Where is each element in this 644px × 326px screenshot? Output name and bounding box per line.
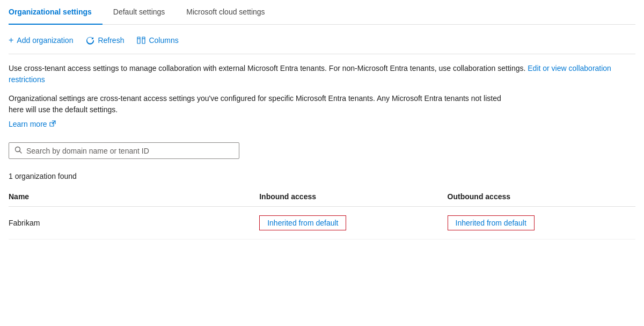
outbound-inherited-badge[interactable]: Inherited from default	[448, 215, 535, 230]
svg-line-7	[20, 151, 22, 154]
refresh-icon	[86, 36, 94, 45]
columns-icon	[137, 36, 145, 45]
tab-default[interactable]: Default settings	[103, 0, 176, 25]
learn-more-text: Learn more	[9, 120, 47, 128]
toolbar: + Add organization Refresh Columns	[9, 25, 635, 54]
inbound-access-cell: Inherited from default	[259, 207, 447, 240]
organizations-table: Name Inbound access Outbound access Fabr…	[9, 187, 635, 240]
refresh-label: Refresh	[98, 36, 124, 45]
tab-microsoft-cloud[interactable]: Microsoft cloud settings	[175, 0, 275, 25]
table-header-row: Name Inbound access Outbound access	[9, 187, 635, 207]
description-line2: Organizational settings are cross-tenant…	[9, 94, 501, 103]
search-container	[9, 142, 635, 159]
tabs-container: Organizational settings Default settings…	[9, 0, 635, 25]
description-section: Use cross-tenant access settings to mana…	[9, 54, 635, 133]
add-icon: +	[9, 35, 13, 45]
columns-button[interactable]: Columns	[137, 34, 178, 47]
organization-name: Fabrikam	[9, 207, 259, 240]
refresh-button[interactable]: Refresh	[86, 34, 124, 47]
svg-rect-0	[137, 37, 140, 44]
columns-label: Columns	[149, 36, 178, 45]
tab-organizational[interactable]: Organizational settings	[9, 0, 103, 25]
column-header-name: Name	[9, 187, 259, 207]
search-input[interactable]	[26, 147, 233, 155]
learn-more-link[interactable]: Learn more	[9, 120, 56, 128]
inbound-inherited-badge[interactable]: Inherited from default	[259, 215, 346, 230]
column-header-inbound: Inbound access	[259, 187, 447, 207]
search-box	[9, 142, 239, 159]
description-line1: Use cross-tenant access settings to mana…	[9, 64, 495, 73]
svg-rect-1	[142, 37, 145, 44]
add-organization-button[interactable]: + Add organization	[9, 33, 73, 47]
column-header-outbound: Outbound access	[448, 187, 635, 207]
description-line1-cont: settings.	[497, 64, 525, 73]
outbound-access-cell: Inherited from default	[448, 207, 635, 240]
description-line2-cont: here will use the default settings.	[9, 105, 118, 114]
search-icon	[14, 146, 22, 155]
external-link-icon	[49, 120, 56, 128]
add-organization-label: Add organization	[17, 36, 73, 45]
results-count: 1 organization found	[9, 172, 635, 180]
table-row: Fabrikam Inherited from default Inherite…	[9, 207, 635, 240]
